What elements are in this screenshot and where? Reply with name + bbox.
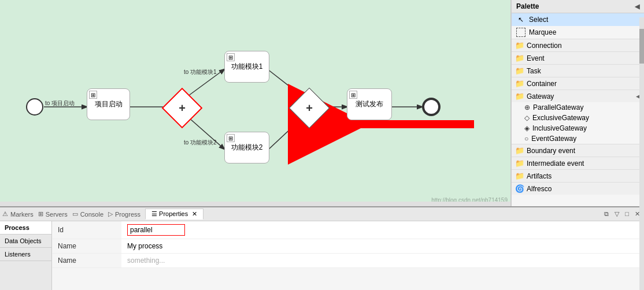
palette-title: Palette — [516, 2, 539, 10]
event-gateway-icon: ○ — [524, 135, 528, 143]
prop-name-label: Name — [52, 239, 121, 254]
palette-boundary-label: Boundary event — [527, 147, 575, 155]
console-icon: ▭ — [72, 210, 78, 218]
gateway1-container[interactable]: + — [168, 94, 197, 122]
top-area: to 项目启动 ⊞ 项目启动 + to 功能模块1 to 功能模块2 ⊞ 功能模… — [0, 0, 644, 206]
properties-tab[interactable]: ☰ Properties ✕ — [145, 209, 203, 220]
properties-panel: Process Data Objects Listeners Id Name M… — [0, 221, 644, 290]
start-event[interactable] — [26, 98, 43, 116]
prop-name2-label: Name — [52, 254, 121, 268]
palette-container-label: Container — [527, 80, 557, 88]
folder-alfresco-icon: 🌀 — [515, 184, 524, 193]
prop-tab-data-objects[interactable]: Data Objects — [0, 235, 51, 248]
task-test[interactable]: ⊞ 测试发布 — [347, 88, 392, 120]
task-test-label: 测试发布 — [356, 99, 383, 109]
palette-panel: Palette ◀ ↖ Select Marquee 📁 Connection … — [511, 0, 644, 206]
tab-action-new[interactable]: ⧉ — [602, 210, 610, 218]
palette-sub-inclusive-gateway[interactable]: ◈ InclusiveGateway — [512, 123, 644, 133]
inclusive-gateway-icon: ◈ — [524, 124, 530, 132]
main-container: to 项目启动 ⊞ 项目启动 + to 功能模块1 to 功能模块2 ⊞ 功能模… — [0, 0, 644, 290]
inclusive-gateway-label: InclusiveGateway — [532, 124, 587, 132]
task-module2-label: 功能模块2 — [231, 143, 263, 153]
task-module1[interactable]: ⊞ 功能模块1 — [224, 51, 269, 83]
tab-action-minimize[interactable]: ▽ — [613, 210, 621, 218]
parallel-gateway-label: ParallelGateway — [533, 103, 583, 111]
servers-icon: ⊞ — [38, 210, 43, 218]
palette-marquee-label: Marquee — [529, 28, 556, 36]
palette-section-artifacts[interactable]: 📁 Artifacts — [512, 169, 644, 182]
prop-row-name: Name My process — [52, 239, 644, 254]
task-module2[interactable]: ⊞ 功能模块2 — [224, 132, 269, 163]
prop-content: Id Name My process Name something... — [52, 221, 644, 290]
prop-id-value[interactable] — [121, 221, 644, 239]
palette-alfresco-label: Alfresco — [527, 185, 552, 193]
tab-action-maximize[interactable]: □ — [623, 210, 631, 218]
palette-section-event[interactable]: 📁 Event — [512, 51, 644, 64]
gateway1-label: + — [168, 94, 197, 122]
exclusive-gateway-label: ExclusiveGateway — [532, 114, 589, 122]
tabs-bar: ⚠ Markers ⊞ Servers ▭ Console ▷ Progress… — [0, 207, 644, 221]
progress-icon: ▷ — [108, 210, 113, 218]
event-gateway-label: EventGateway — [531, 135, 576, 143]
folder-connection-icon: 📁 — [515, 41, 524, 50]
prop-tab-listeners[interactable]: Listeners — [0, 248, 51, 261]
palette-intermediate-label: Intermediate event — [527, 159, 584, 168]
end-event[interactable] — [422, 98, 441, 116]
canvas-scrollbar[interactable] — [0, 202, 510, 206]
markers-label: Markers — [10, 211, 34, 218]
palette-section-gateway[interactable]: 📁 Gateway ◀ — [512, 90, 644, 102]
palette-item-marquee[interactable]: Marquee — [512, 26, 644, 39]
palette-task-label: Task — [527, 67, 541, 75]
folder-event-icon: 📁 — [515, 54, 524, 62]
palette-event-label: Event — [527, 54, 545, 62]
progress-tab-area[interactable]: ▷ Progress — [108, 210, 140, 218]
folder-boundary-icon: 📁 — [515, 146, 524, 155]
console-tab-area[interactable]: ▭ Console — [72, 210, 103, 218]
palette-section-container[interactable]: 📁 Container — [512, 77, 644, 90]
palette-collapse-btn[interactable]: ◀ — [635, 3, 639, 10]
palette-section-boundary-event[interactable]: 📁 Boundary event — [512, 144, 644, 157]
prop-id-input[interactable] — [127, 224, 185, 236]
task-icon-test: ⊞ — [349, 91, 357, 99]
folder-intermediate-icon: 📁 — [515, 159, 524, 168]
palette-scrollbar[interactable] — [639, 17, 644, 206]
task-module1-label: 功能模块1 — [231, 62, 263, 72]
select-icon: ↖ — [516, 15, 525, 24]
task-qidong[interactable]: ⊞ 项目启动 — [87, 88, 130, 120]
palette-section-task[interactable]: 📁 Task — [512, 64, 644, 77]
task-qidong-label: 项目启动 — [95, 99, 123, 109]
palette-artifacts-label: Artifacts — [527, 172, 552, 180]
bottom-area: ⚠ Markers ⊞ Servers ▭ Console ▷ Progress… — [0, 206, 644, 290]
palette-select-label: Select — [529, 16, 548, 24]
tab-actions: ⧉ ▽ □ ✕ — [602, 210, 642, 218]
markers-icon: ⚠ — [2, 210, 8, 218]
marquee-icon — [516, 28, 525, 37]
prop-sidebar: Process Data Objects Listeners — [0, 221, 52, 290]
palette-section-connection[interactable]: 📁 Connection — [512, 39, 644, 51]
folder-container-icon: 📁 — [515, 79, 524, 88]
servers-tab-area[interactable]: ⊞ Servers — [38, 210, 68, 218]
properties-tab-icon: ☰ — [151, 210, 157, 217]
palette-scrollbar-thumb[interactable] — [639, 29, 644, 64]
palette-item-select[interactable]: ↖ Select — [512, 13, 644, 26]
prop-row-name2: Name something... — [52, 254, 644, 268]
palette-sub-exclusive-gateway[interactable]: ◇ ExclusiveGateway — [512, 113, 644, 123]
canvas-area[interactable]: to 项目启动 ⊞ 项目启动 + to 功能模块1 to 功能模块2 ⊞ 功能模… — [0, 0, 511, 206]
task-icon-module1: ⊞ — [227, 53, 235, 61]
prop-row-id: Id — [52, 221, 644, 239]
markers-tab-area[interactable]: ⚠ Markers — [2, 210, 34, 218]
task-icon-module2: ⊞ — [227, 134, 235, 142]
properties-tab-label: Properties — [159, 210, 188, 217]
gateway2-label: + — [295, 94, 324, 122]
properties-table: Id Name My process Name something... — [52, 221, 644, 268]
prop-tab-process[interactable]: Process — [0, 221, 51, 235]
servers-label: Servers — [46, 211, 68, 218]
gateway2-container[interactable]: + — [295, 94, 324, 122]
palette-sub-parallel-gateway[interactable]: ⊕ ParallelGateway — [512, 102, 644, 113]
folder-task-icon: 📁 — [515, 66, 524, 75]
properties-tab-close[interactable]: ✕ — [192, 210, 197, 217]
palette-section-alfresco[interactable]: 🌀 Alfresco — [512, 182, 644, 195]
palette-section-intermediate-event[interactable]: 📁 Intermediate event — [512, 157, 644, 169]
task-icon-qidong: ⊞ — [89, 91, 97, 99]
palette-sub-event-gateway[interactable]: ○ EventGateway — [512, 133, 644, 144]
